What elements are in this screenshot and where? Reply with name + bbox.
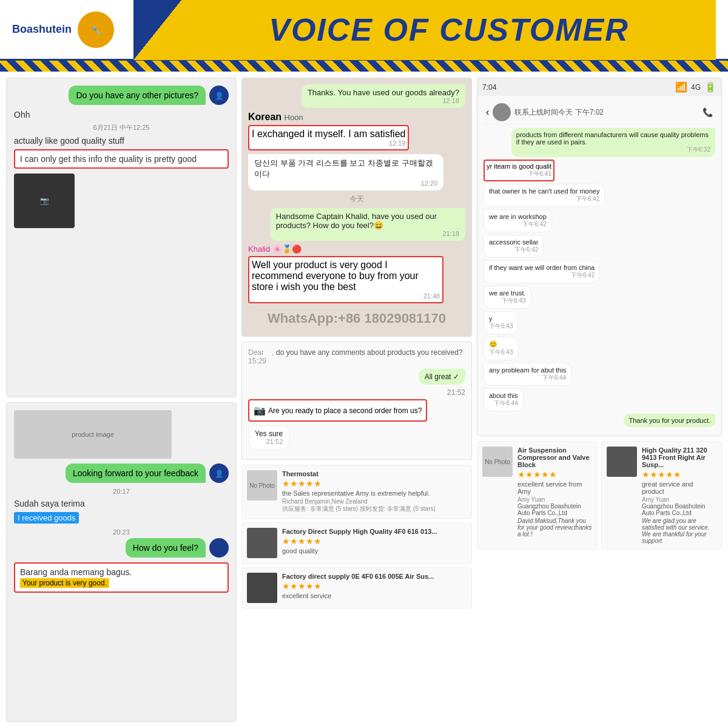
review-content-3: Factory direct supply 0E 4F0 616 005E Ai… <box>282 573 467 603</box>
mob-msg-5: accessoric sellar 下午6:42 <box>484 235 544 258</box>
review-stars-air: ★★★★★ <box>517 470 592 479</box>
contact-info: 联系上线时间今天 下午7:02 <box>514 107 703 118</box>
review-photo-hq <box>607 447 637 477</box>
mob-msg-8: y 下午6:43 <box>484 311 518 334</box>
left-column: Do you have any other pictures? 👤 Ohh 6月… <box>6 78 237 722</box>
timestamp-feedback: 20:17 <box>14 488 229 495</box>
chat-bubble-right-1: Do you have any other pictures? 👤 <box>14 86 229 105</box>
chat-bubble-text-1: Do you have any other pictures? <box>69 86 206 105</box>
mob-msg-emoji: 😊 下午6:43 <box>484 337 518 360</box>
stripe-divider <box>0 61 728 72</box>
mob-msg-10: about this 下午6:44 <box>484 388 524 411</box>
chat-bubble-feedback: Looking forward to your feedback 👤 <box>14 463 229 483</box>
chat-bubble-text-feel: How do you feel? <box>126 538 206 558</box>
logo-area: Boashutein 🔧 <box>12 12 133 48</box>
review-product-2: Factory Direct Supply High Quality 4F0 6… <box>282 528 467 535</box>
review-company-hq: Guangzhou Boashutein Auto Parts Co.,Ltd <box>642 503 716 516</box>
wa-date-divider: 今天 <box>248 194 465 204</box>
wa-highlighted-1: I exchanged it myself. I am satisfied 12… <box>248 125 409 150</box>
so-timestamp-reply: 21:52 <box>248 388 465 397</box>
mobile-chat-panel: 7:04 📶 4G 🔋 ‹ 联系上线时间今天 下午7:02 📞 products… <box>477 78 722 436</box>
review-product-1: Thermostat <box>282 470 467 477</box>
whatsapp-chat-panel: Thanks. You have used our goods already?… <box>241 78 472 337</box>
mobile-status: 4G <box>691 83 701 92</box>
left-bottom-chat-panel: product image Looking forward to your fe… <box>6 402 237 722</box>
review-content-hq: High Quality 211 320 9413 Front Right Ai… <box>642 447 716 544</box>
avatar-1: 👤 <box>209 86 229 105</box>
so-highlighted: 📷 Are you ready to place a second order … <box>248 399 427 422</box>
review-photo-1: No Photo <box>247 470 277 500</box>
mobile-time: 7:04 <box>482 83 496 92</box>
header: Boashutein 🔧 VOICE OF CUSTOMER <box>0 0 728 61</box>
mob-highlighted-1: yr iteam is good qualit 下午6:41 <box>484 160 554 181</box>
timestamp-1: 6月21日 中午12:25 <box>14 123 229 132</box>
header-diagonal <box>133 0 182 60</box>
review-stars-1: ★★★★★ <box>282 479 467 488</box>
svg-text:👤: 👤 <box>215 469 224 478</box>
timestamp-received: 20:23 <box>14 528 229 536</box>
reviews-left-grid: No Photo Thermostat ★★★★★ the Sales repr… <box>241 465 472 722</box>
korean-label: Korean Hoon <box>248 112 465 123</box>
second-order-panel: Dear , do you have any comments about pr… <box>241 342 472 460</box>
signal-icon: 📶 <box>675 81 687 93</box>
review-thermostat: No Photo Thermostat ★★★★★ the Sales repr… <box>241 465 472 519</box>
battery-icon: 🔋 <box>704 81 716 93</box>
review-reviewer-hq: Amy Yuan <box>642 496 716 503</box>
review-text-1: the Sales representative Amy is extremel… <box>282 490 467 497</box>
review-product-air: Air Suspension Compressor and Valve Bloc… <box>517 447 592 468</box>
review-photo-3 <box>247 573 277 603</box>
mobile-header: 7:04 📶 4G 🔋 <box>477 78 721 96</box>
wa-msg-3: 당신의 부품 가격 리스트를 보고 차종별로 구매할겠이다 12:20 <box>248 154 443 190</box>
mob-msg-4: we are in workshop 下午6:42 <box>484 209 552 232</box>
review-reply-air: David Maksud,Thank you for your good rev… <box>517 517 592 538</box>
logo-icon: 🔧 <box>78 12 114 48</box>
review-text-air: excellent service from Amy <box>517 480 592 495</box>
product-image-1: 📷 <box>14 174 75 228</box>
review-factory-1: Factory Direct Supply High Quality 4F0 6… <box>241 522 472 564</box>
mob-msg-3: that owner is he can't used for money 下午… <box>484 184 605 207</box>
received-goods-badge: I received goods <box>14 512 79 524</box>
avatar-3 <box>209 538 229 558</box>
wa-highlighted-2: Well your product is very good I recomme… <box>248 256 443 303</box>
chat-bubble-feel: How do you feel? <box>14 538 229 558</box>
dear-msg: Dear , do you have any comments about pr… <box>248 348 465 365</box>
chat-text-ohh: Ohh <box>14 110 229 120</box>
chat-bubble-text-feedback: Looking forward to your feedback <box>66 463 206 483</box>
review-product-3: Factory direct supply 0E 4F0 616 005E Ai… <box>282 573 467 580</box>
contact-avatar <box>493 103 511 121</box>
logo-text: Boashutein <box>12 23 72 36</box>
review-reviewer-1: Richard Benjamin,New Zealand <box>282 498 467 505</box>
so-msg-yes: Yes sure 21:52 <box>248 425 289 450</box>
review-text-hq: great service and product <box>642 480 716 495</box>
header-title-bg: VOICE OF CUSTOMER <box>182 0 716 60</box>
review-air-suspension: No Photo Air Suspension Compressor and V… <box>477 441 598 550</box>
review-stars-3: ★★★★★ <box>282 581 467 591</box>
review-reviewer-air: Amy Yuan <box>517 496 592 503</box>
mob-msg-9: any probleam for abut this 下午6:44 <box>484 363 571 386</box>
left-top-chat-panel: Do you have any other pictures? 👤 Ohh 6月… <box>6 78 237 397</box>
phone-icon[interactable]: 📞 <box>703 107 713 117</box>
right-column: 7:04 📶 4G 🔋 ‹ 联系上线时间今天 下午7:02 📞 products… <box>477 78 722 722</box>
wa-msg-4: Handsome Captain Khalid, have you used o… <box>270 208 465 241</box>
mob-msg-7: we are trust. 下午6:43 <box>484 286 531 309</box>
mob-msg-6: if they want we will order from china 下午… <box>484 260 600 283</box>
khalid-label: Khalid 🌸🏅🔴 <box>248 244 465 254</box>
review-text-2: good quality <box>282 547 467 554</box>
svg-point-6 <box>211 539 228 556</box>
review-content-2: Factory Direct Supply High Quality 4F0 6… <box>282 528 467 558</box>
review-product-hq: High Quality 211 320 9413 Front Right Ai… <box>642 447 716 468</box>
review-service-rating: 供应服务: 非常满意 (5 stars) 按时发货: 非常满意 (5 stars… <box>282 505 467 513</box>
mob-msg-11: Thank you for your product. <box>624 414 715 427</box>
review-content-air: Air Suspension Compressor and Valve Bloc… <box>517 447 592 544</box>
review-text-3: excellent service <box>282 592 467 599</box>
chat-text-sudah: Sudah saya terima <box>14 499 229 508</box>
review-stars-hq: ★★★★★ <box>642 470 716 479</box>
mobile-chat-header-bar: ‹ 联系上线时间今天 下午7:02 📞 <box>484 101 715 124</box>
review-content-1: Thermostat ★★★★★ the Sales representativ… <box>282 470 467 513</box>
back-icon[interactable]: ‹ <box>486 107 489 118</box>
review-stars-2: ★★★★★ <box>282 536 467 546</box>
review-company-air: Guangzhou Boashutein Auto Parts Co.,Ltd <box>517 503 592 516</box>
whatsapp-number: WhatsApp:+86 18029081170 <box>248 311 465 326</box>
svg-text:🔧: 🔧 <box>91 25 102 36</box>
review-reply-hq: We are glad you are satisfied with our s… <box>642 517 716 544</box>
